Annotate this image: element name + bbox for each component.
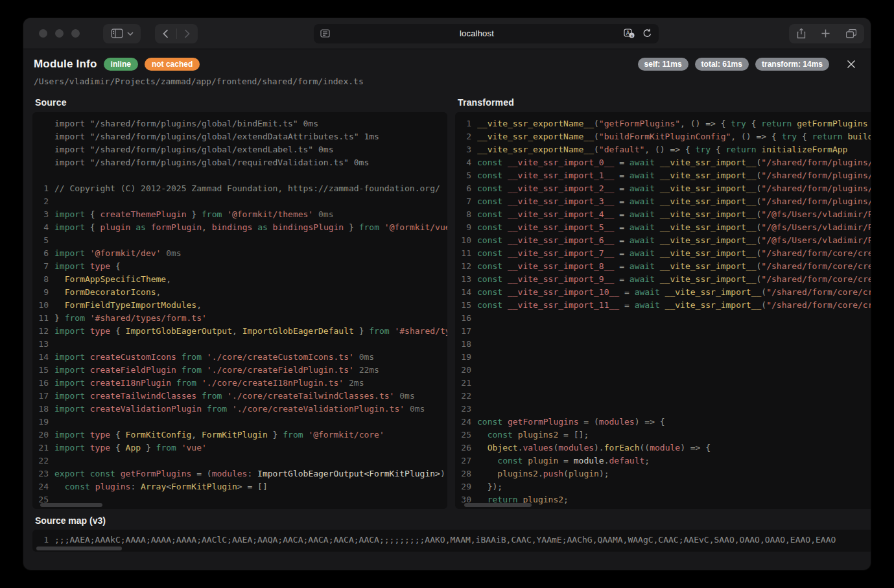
line-number: 8 (32, 273, 54, 286)
line-number: 21 (32, 441, 54, 454)
line-number: 20 (32, 429, 54, 441)
code-line: 19 (455, 351, 871, 364)
code-line: 18import createValidationPlugin from './… (32, 403, 447, 416)
line-number: 1 (32, 534, 54, 547)
reload-icon[interactable] (642, 29, 652, 38)
code-line: 7import type { (32, 260, 447, 273)
code-line: 2__vite_ssr_exportName__("buildFormKitPl… (455, 130, 871, 143)
code-line: 1// Copyright (C) 2012-2025 Zammad Found… (32, 182, 447, 195)
line-number: 6 (455, 182, 477, 195)
back-button[interactable] (155, 24, 176, 43)
line-number: 24 (455, 416, 477, 429)
line-number: 19 (455, 351, 477, 364)
code-line: 29 }); (455, 480, 871, 493)
reader-icon[interactable] (320, 29, 330, 38)
line-number: 17 (32, 390, 54, 403)
line-number: 5 (455, 169, 477, 182)
code-line: 24const getFormPlugins = (modules) => { (455, 416, 871, 429)
code-line: 12import type { ImportGlobEagerOutput, I… (32, 325, 447, 338)
code-line: 17import createTailwindClasses from './c… (32, 390, 447, 403)
line-number: 25 (455, 429, 477, 441)
code-line: import "/shared/form/plugins/global/exte… (32, 143, 447, 156)
browser-toolbar: localhost A x (23, 18, 871, 49)
forward-button[interactable] (176, 24, 198, 43)
sourcemap-hscrollbar[interactable] (36, 547, 122, 550)
code-line: 9const __vite_ssr_import_5__ = await __v… (455, 221, 871, 234)
line-number: 14 (32, 351, 54, 364)
tab-overview-button[interactable] (846, 29, 856, 38)
line-number: 23 (32, 467, 54, 480)
minimize-window-button[interactable] (55, 29, 64, 38)
share-button[interactable] (797, 28, 806, 39)
line-number: 17 (455, 325, 477, 338)
transformed-hscrollbar[interactable] (464, 503, 532, 507)
line-number: 5 (32, 234, 54, 247)
close-window-button[interactable] (39, 29, 47, 38)
page-title: Module Info (34, 58, 97, 71)
code-line: 16 (455, 312, 871, 325)
source-pane-title: Source (32, 93, 447, 112)
code-line: import "/shared/form/plugins/global/bind… (32, 117, 447, 130)
line-number: 9 (32, 286, 54, 299)
nav-buttons (155, 24, 198, 43)
code-line: 5const __vite_ssr_import_1__ = await __v… (455, 169, 871, 182)
line-number: 18 (32, 403, 54, 416)
line-number: 24 (32, 480, 54, 493)
address-bar[interactable]: localhost A x (314, 24, 659, 43)
line-number: 19 (32, 416, 54, 429)
line-number (32, 169, 54, 182)
not-cached-badge: not cached (145, 58, 200, 71)
source-code-editor[interactable]: import "/shared/form/plugins/global/bind… (32, 112, 447, 509)
line-number: 18 (455, 338, 477, 351)
line-number: 4 (32, 221, 54, 234)
url-text: localhost (330, 29, 624, 38)
line-number: 29 (455, 480, 477, 493)
code-line: 8const __vite_ssr_import_4__ = await __v… (455, 208, 871, 221)
code-line: 13const __vite_ssr_import_9__ = await __… (455, 273, 871, 286)
close-panel-button[interactable] (846, 59, 856, 69)
transformed-pane-title: Transformed (455, 93, 871, 112)
code-line: 14import createCustomIcons from './core/… (32, 351, 447, 364)
new-tab-button[interactable] (821, 29, 830, 38)
code-line: 20import type { FormKitConfig, FormKitPl… (32, 429, 447, 441)
line-number: 14 (455, 286, 477, 299)
line-number: 10 (455, 234, 477, 247)
code-line: 17 (455, 325, 871, 338)
code-line: 1;;;AAEA;AAAkC;AAAA;AAAA;AAAA;AAClC;AAEA… (32, 534, 871, 547)
transformed-code-editor[interactable]: 1__vite_ssr_exportName__("getFormPlugins… (455, 112, 871, 509)
line-number: 11 (32, 312, 54, 325)
forward-icon (184, 29, 190, 38)
code-line: 21import type { App } from 'vue' (32, 441, 447, 454)
tab-overview-icon (846, 29, 856, 38)
module-info-header: Module Info inline not cached self: 11ms… (23, 49, 871, 93)
code-line: 6const __vite_ssr_import_2__ = await __v… (455, 182, 871, 195)
line-number: 15 (32, 364, 54, 377)
code-line: 15import createFieldPlugin from './core/… (32, 364, 447, 377)
code-line: 22 (32, 454, 447, 467)
code-line: 2 (32, 195, 447, 208)
code-line: 24 const plugins: Array<FormKitPlugin> =… (32, 480, 447, 493)
code-line: 10const __vite_ssr_import_6__ = await __… (455, 234, 871, 247)
line-number: 3 (455, 143, 477, 156)
zoom-window-button[interactable] (71, 29, 80, 38)
line-number: 2 (455, 130, 477, 143)
share-icon (797, 28, 806, 39)
code-line: 14const __vite_ssr_import_10__ = await _… (455, 286, 871, 299)
line-number: 7 (455, 195, 477, 208)
code-line: 20 (455, 364, 871, 377)
sourcemap-code-editor[interactable]: 1;;;AAEA;AAAkC;AAAA;AAAA;AAAA;AAClC;AAEA… (32, 530, 871, 552)
sidebar-toggle-button[interactable] (103, 24, 141, 43)
code-line: 8 FormAppSpecificTheme, (32, 273, 447, 286)
line-number: 23 (455, 403, 477, 416)
self-time-badge: self: 11ms (638, 58, 688, 71)
translate-icon[interactable]: A x (624, 29, 635, 38)
sourcemap-section: Source map (v3) 1;;;AAEA;AAAkC;AAAA;AAAA… (32, 512, 871, 552)
line-number: 16 (455, 312, 477, 325)
source-hscrollbar[interactable] (40, 503, 102, 507)
code-line: 1__vite_ssr_exportName__("getFormPlugins… (455, 117, 871, 130)
toolbar-right-buttons (789, 24, 864, 43)
line-number: 3 (32, 208, 54, 221)
line-number: 22 (455, 390, 477, 403)
code-line: 18 (455, 338, 871, 351)
code-line: import "/shared/form/plugins/global/requ… (32, 156, 447, 169)
